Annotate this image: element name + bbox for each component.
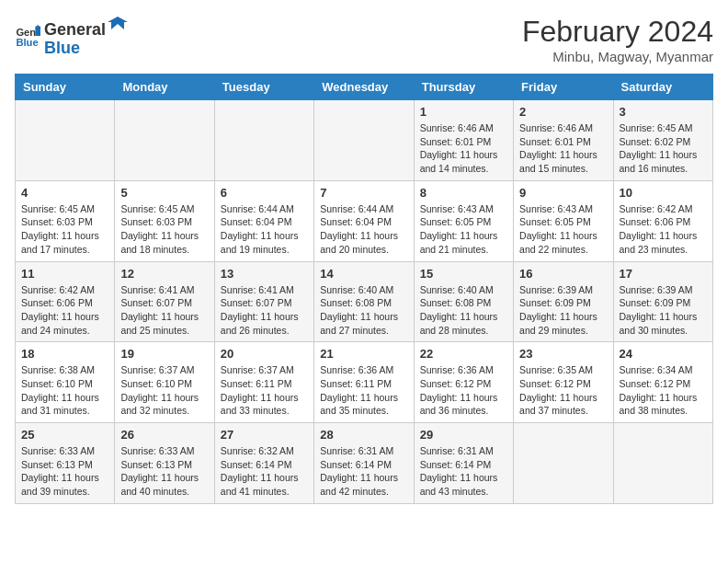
day-number: 23 <box>519 347 607 361</box>
day-number: 20 <box>221 347 308 361</box>
day-number: 14 <box>320 267 407 281</box>
day-cell: 8Sunrise: 6:43 AM Sunset: 6:05 PM Daylig… <box>414 180 513 261</box>
day-cell: 3Sunrise: 6:45 AM Sunset: 6:02 PM Daylig… <box>613 100 712 181</box>
day-cell: 9Sunrise: 6:43 AM Sunset: 6:05 PM Daylig… <box>514 180 613 261</box>
day-cell: 16Sunrise: 6:39 AM Sunset: 6:09 PM Dayli… <box>514 261 613 342</box>
day-number: 16 <box>519 267 607 281</box>
day-number: 12 <box>120 267 208 281</box>
day-info: Sunrise: 6:35 AM Sunset: 6:12 PM Dayligh… <box>519 363 607 418</box>
day-cell: 13Sunrise: 6:41 AM Sunset: 6:07 PM Dayli… <box>214 261 313 342</box>
day-number: 9 <box>519 186 607 200</box>
day-number: 29 <box>420 428 507 442</box>
week-row-2: 11Sunrise: 6:42 AM Sunset: 6:06 PM Dayli… <box>16 261 713 342</box>
day-info: Sunrise: 6:39 AM Sunset: 6:09 PM Dayligh… <box>620 283 707 338</box>
day-cell: 23Sunrise: 6:35 AM Sunset: 6:12 PM Dayli… <box>514 342 613 423</box>
calendar-header: SundayMondayTuesdayWednesdayThursdayFrid… <box>16 75 713 100</box>
day-info: Sunrise: 6:42 AM Sunset: 6:06 PM Dayligh… <box>21 283 108 338</box>
day-cell: 22Sunrise: 6:36 AM Sunset: 6:12 PM Dayli… <box>414 342 513 423</box>
header-cell-sunday: Sunday <box>16 75 115 100</box>
day-cell <box>514 423 613 504</box>
header-cell-wednesday: Wednesday <box>314 75 414 100</box>
day-info: Sunrise: 6:43 AM Sunset: 6:05 PM Dayligh… <box>420 202 507 257</box>
day-cell: 5Sunrise: 6:45 AM Sunset: 6:03 PM Daylig… <box>115 180 214 261</box>
day-info: Sunrise: 6:41 AM Sunset: 6:07 PM Dayligh… <box>120 283 208 338</box>
header: General Blue General Blue February 2024 … <box>15 15 713 64</box>
day-number: 18 <box>21 347 108 361</box>
day-cell: 29Sunrise: 6:31 AM Sunset: 6:14 PM Dayli… <box>414 423 513 504</box>
day-number: 15 <box>420 267 507 281</box>
subtitle: Minbu, Magway, Myanmar <box>522 49 713 64</box>
day-cell: 10Sunrise: 6:42 AM Sunset: 6:06 PM Dayli… <box>613 180 712 261</box>
day-number: 17 <box>620 267 707 281</box>
day-cell <box>214 100 313 181</box>
day-info: Sunrise: 6:36 AM Sunset: 6:12 PM Dayligh… <box>420 363 507 418</box>
day-number: 7 <box>320 186 407 200</box>
header-cell-tuesday: Tuesday <box>214 75 313 100</box>
week-row-0: 1Sunrise: 6:46 AM Sunset: 6:01 PM Daylig… <box>16 100 713 181</box>
day-number: 21 <box>320 347 407 361</box>
day-cell: 19Sunrise: 6:37 AM Sunset: 6:10 PM Dayli… <box>115 342 214 423</box>
day-number: 24 <box>620 347 707 361</box>
day-cell: 4Sunrise: 6:45 AM Sunset: 6:03 PM Daylig… <box>16 180 115 261</box>
day-cell: 11Sunrise: 6:42 AM Sunset: 6:06 PM Dayli… <box>16 261 115 342</box>
day-info: Sunrise: 6:31 AM Sunset: 6:14 PM Dayligh… <box>320 444 407 499</box>
day-cell: 6Sunrise: 6:44 AM Sunset: 6:04 PM Daylig… <box>214 180 313 261</box>
day-info: Sunrise: 6:46 AM Sunset: 6:01 PM Dayligh… <box>420 121 507 176</box>
day-info: Sunrise: 6:45 AM Sunset: 6:03 PM Dayligh… <box>120 202 208 257</box>
day-number: 19 <box>120 347 208 361</box>
title-area: February 2024 Minbu, Magway, Myanmar <box>522 15 713 64</box>
logo-text-blue: Blue <box>44 39 80 57</box>
day-cell: 20Sunrise: 6:37 AM Sunset: 6:11 PM Dayli… <box>214 342 313 423</box>
logo-bird-icon <box>108 15 128 35</box>
day-info: Sunrise: 6:44 AM Sunset: 6:04 PM Dayligh… <box>320 202 407 257</box>
day-number: 5 <box>120 186 208 200</box>
day-info: Sunrise: 6:39 AM Sunset: 6:09 PM Dayligh… <box>519 283 607 338</box>
day-info: Sunrise: 6:33 AM Sunset: 6:13 PM Dayligh… <box>120 444 208 499</box>
day-cell <box>613 423 712 504</box>
day-info: Sunrise: 6:33 AM Sunset: 6:13 PM Dayligh… <box>21 444 108 499</box>
logo-icon: General Blue <box>15 23 40 49</box>
day-info: Sunrise: 6:40 AM Sunset: 6:08 PM Dayligh… <box>320 283 407 338</box>
day-number: 8 <box>420 186 507 200</box>
day-number: 6 <box>221 186 308 200</box>
day-cell: 18Sunrise: 6:38 AM Sunset: 6:10 PM Dayli… <box>16 342 115 423</box>
day-cell <box>115 100 214 181</box>
main-title: February 2024 <box>522 15 713 49</box>
day-info: Sunrise: 6:32 AM Sunset: 6:14 PM Dayligh… <box>221 444 308 499</box>
logo: General Blue General Blue <box>15 15 128 58</box>
day-info: Sunrise: 6:31 AM Sunset: 6:14 PM Dayligh… <box>420 444 507 499</box>
day-cell: 2Sunrise: 6:46 AM Sunset: 6:01 PM Daylig… <box>514 100 613 181</box>
header-cell-thursday: Thursday <box>414 75 513 100</box>
day-number: 1 <box>420 105 507 119</box>
day-cell: 17Sunrise: 6:39 AM Sunset: 6:09 PM Dayli… <box>613 261 712 342</box>
day-cell: 27Sunrise: 6:32 AM Sunset: 6:14 PM Dayli… <box>214 423 313 504</box>
day-cell: 28Sunrise: 6:31 AM Sunset: 6:14 PM Dayli… <box>314 423 414 504</box>
day-cell: 15Sunrise: 6:40 AM Sunset: 6:08 PM Dayli… <box>414 261 513 342</box>
day-number: 27 <box>221 428 308 442</box>
day-info: Sunrise: 6:42 AM Sunset: 6:06 PM Dayligh… <box>620 202 707 257</box>
day-number: 13 <box>221 267 308 281</box>
header-cell-monday: Monday <box>115 75 214 100</box>
day-info: Sunrise: 6:43 AM Sunset: 6:05 PM Dayligh… <box>519 202 607 257</box>
week-row-3: 18Sunrise: 6:38 AM Sunset: 6:10 PM Dayli… <box>16 342 713 423</box>
day-number: 4 <box>21 186 108 200</box>
day-info: Sunrise: 6:45 AM Sunset: 6:03 PM Dayligh… <box>21 202 108 257</box>
header-cell-friday: Friday <box>514 75 613 100</box>
day-info: Sunrise: 6:37 AM Sunset: 6:11 PM Dayligh… <box>221 363 308 418</box>
day-number: 22 <box>420 347 507 361</box>
day-cell: 26Sunrise: 6:33 AM Sunset: 6:13 PM Dayli… <box>115 423 214 504</box>
day-cell: 7Sunrise: 6:44 AM Sunset: 6:04 PM Daylig… <box>314 180 414 261</box>
week-row-4: 25Sunrise: 6:33 AM Sunset: 6:13 PM Dayli… <box>16 423 713 504</box>
day-cell <box>16 100 115 181</box>
day-cell: 24Sunrise: 6:34 AM Sunset: 6:12 PM Dayli… <box>613 342 712 423</box>
day-cell: 14Sunrise: 6:40 AM Sunset: 6:08 PM Dayli… <box>314 261 414 342</box>
day-cell: 1Sunrise: 6:46 AM Sunset: 6:01 PM Daylig… <box>414 100 513 181</box>
svg-text:Blue: Blue <box>16 37 38 48</box>
header-row: SundayMondayTuesdayWednesdayThursdayFrid… <box>16 75 713 100</box>
day-number: 3 <box>620 105 707 119</box>
header-cell-saturday: Saturday <box>613 75 712 100</box>
day-cell: 25Sunrise: 6:33 AM Sunset: 6:13 PM Dayli… <box>16 423 115 504</box>
calendar-body: 1Sunrise: 6:46 AM Sunset: 6:01 PM Daylig… <box>16 100 713 504</box>
day-number: 26 <box>120 428 208 442</box>
day-number: 11 <box>21 267 108 281</box>
